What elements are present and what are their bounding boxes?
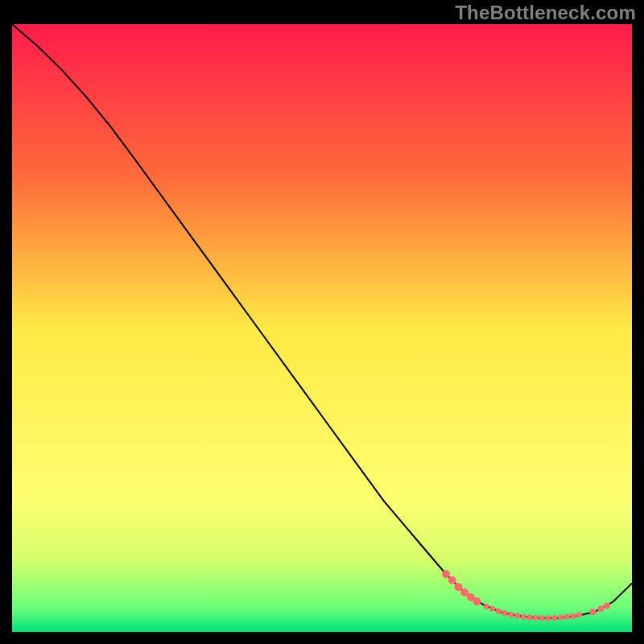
marker-point xyxy=(521,614,526,620)
marker-point xyxy=(508,612,514,617)
chart-frame: TheBottleneck.com xyxy=(0,0,644,644)
marker-point xyxy=(589,609,596,615)
marker-point xyxy=(502,610,508,616)
marker-point xyxy=(454,583,462,591)
marker-point xyxy=(533,615,539,621)
marker-point xyxy=(539,615,545,621)
gradient-background xyxy=(12,24,632,632)
marker-point xyxy=(496,609,502,614)
marker-point xyxy=(604,603,610,609)
marker-point xyxy=(551,615,557,621)
marker-point xyxy=(576,612,582,617)
marker-point xyxy=(598,605,605,612)
marker-point xyxy=(564,614,570,620)
marker-point xyxy=(489,606,495,612)
marker-point xyxy=(514,613,520,618)
marker-point xyxy=(448,576,456,584)
marker-point xyxy=(526,614,532,620)
marker-point xyxy=(546,615,551,621)
watermark-text: TheBottleneck.com xyxy=(455,2,636,24)
marker-point xyxy=(484,604,489,609)
marker-point xyxy=(570,613,576,619)
plot-area xyxy=(12,24,632,632)
marker-point xyxy=(558,614,564,620)
plot-svg xyxy=(12,24,632,632)
marker-point xyxy=(473,597,481,605)
marker-point xyxy=(442,570,450,578)
